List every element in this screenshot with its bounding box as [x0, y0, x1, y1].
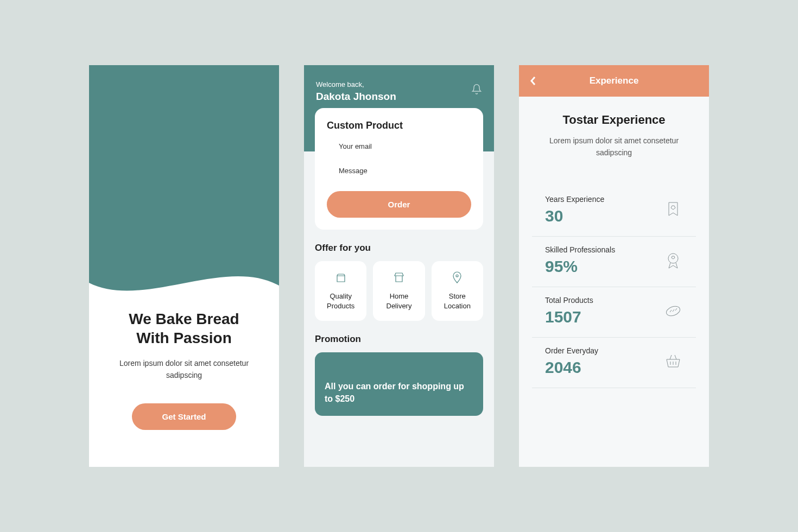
stat-label: Skilled Professionals — [545, 245, 615, 254]
location-icon — [451, 271, 464, 284]
bread-loaf-icon — [663, 301, 683, 321]
message-field[interactable]: Message — [327, 167, 471, 191]
email-field[interactable]: Your email — [327, 142, 471, 167]
hero-image-area — [89, 65, 279, 304]
offer-label: Home Delivery — [376, 292, 421, 311]
stat-professionals: Skilled Professionals 95% — [532, 237, 696, 287]
offer-label: Store Location — [435, 292, 480, 311]
card-title: Custom Product — [327, 120, 471, 131]
notification-bell-icon[interactable] — [471, 84, 482, 94]
experience-subtitle: Lorem ipsum dolor sit amet consetetur sa… — [535, 135, 693, 159]
basket-icon — [663, 352, 683, 371]
svg-line-4 — [673, 309, 674, 312]
store-icon — [392, 271, 406, 284]
svg-point-0 — [456, 275, 458, 277]
bread-icon — [334, 271, 347, 284]
stat-years: Years Experience 30 — [532, 186, 696, 237]
stat-products: Total Products 1507 — [532, 287, 696, 338]
offer-card-location[interactable]: Store Location — [432, 261, 483, 321]
experience-topbar: Experience — [519, 65, 709, 97]
stat-label: Order Everyday — [545, 346, 598, 355]
experience-title: Tostar Experience — [535, 113, 693, 127]
stat-value: 95% — [545, 257, 615, 276]
experience-screen: Experience Tostar Experience Lorem ipsum… — [519, 65, 709, 467]
onboarding-subtitle: Lorem ipsum dolor sit amet consetetur sa… — [111, 357, 257, 382]
stat-label: Years Experience — [545, 195, 604, 204]
user-name: Dakota Jhonson — [316, 91, 396, 103]
onboarding-title: We Bake Bread With Passion — [111, 309, 257, 347]
stat-value: 1507 — [545, 308, 593, 326]
svg-line-3 — [670, 310, 672, 312]
svg-line-5 — [675, 308, 677, 311]
stat-value: 30 — [545, 207, 604, 225]
stat-value: 2046 — [545, 358, 598, 377]
offers-row: Quality Products Home Delivery Store Loc… — [304, 261, 494, 321]
stat-label: Total Products — [545, 296, 593, 305]
promotion-banner[interactable]: All you can order for shopping up to $25… — [315, 352, 483, 416]
order-button[interactable]: Order — [327, 191, 471, 218]
custom-product-card: Custom Product Your email Message Order — [315, 108, 483, 230]
offer-card-quality[interactable]: Quality Products — [315, 261, 366, 321]
promotion-section-title: Promotion — [304, 321, 494, 352]
award-badge-icon — [663, 251, 683, 270]
svg-point-1 — [668, 254, 678, 263]
stat-orders: Order Everyday 2046 — [532, 338, 696, 388]
offers-section-title: Offer for you — [304, 230, 494, 261]
welcome-text: Welcome back, — [316, 80, 396, 88]
onboarding-screen: We Bake Bread With Passion Lorem ipsum d… — [89, 65, 279, 467]
offer-label: Quality Products — [318, 292, 363, 311]
offer-card-delivery[interactable]: Home Delivery — [373, 261, 425, 321]
topbar-title: Experience — [590, 75, 639, 86]
promotion-text: All you can order for shopping up to $25… — [325, 381, 473, 405]
get-started-button[interactable]: Get Started — [132, 403, 237, 430]
ribbon-bookmark-icon — [663, 200, 683, 220]
back-icon[interactable] — [530, 76, 536, 86]
home-screen: Welcome back, Dakota Jhonson Custom Prod… — [304, 65, 494, 467]
